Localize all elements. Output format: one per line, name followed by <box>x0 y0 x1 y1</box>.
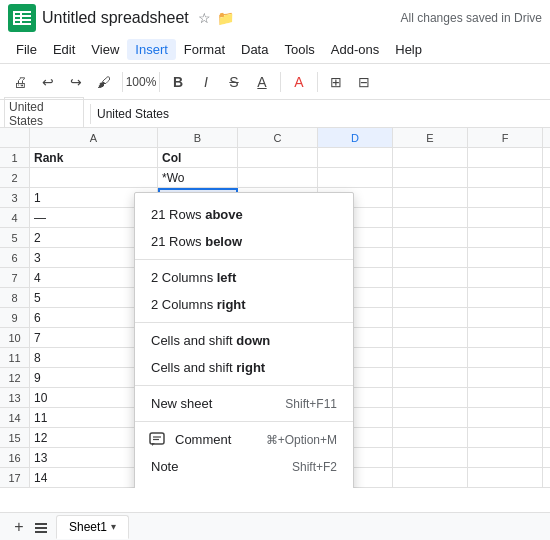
menu-view[interactable]: View <box>83 39 127 60</box>
row-num-3[interactable]: 3 <box>0 188 30 207</box>
cell-g17[interactable] <box>543 468 550 487</box>
row-num-8[interactable]: 8 <box>0 288 30 307</box>
cell-f11[interactable] <box>468 348 543 367</box>
row-num-2[interactable]: 2 <box>0 168 30 187</box>
cell-f13[interactable] <box>468 388 543 407</box>
row-num-12[interactable]: 12 <box>0 368 30 387</box>
row-num-16[interactable]: 16 <box>0 448 30 467</box>
col-header-f[interactable]: F <box>468 128 543 147</box>
menu-help[interactable]: Help <box>387 39 430 60</box>
col-header-b[interactable]: B <box>158 128 238 147</box>
cell-g4[interactable] <box>543 208 550 227</box>
col-header-e[interactable]: E <box>393 128 468 147</box>
redo-button[interactable]: ↪ <box>64 70 88 94</box>
cell-g16[interactable] <box>543 448 550 467</box>
formula-input[interactable] <box>97 107 546 121</box>
cell-f2[interactable] <box>468 168 543 187</box>
paint-format-button[interactable]: 🖌 <box>92 70 116 94</box>
cell-e14[interactable] <box>393 408 468 427</box>
cell-d2[interactable] <box>318 168 393 187</box>
insert-cells-shift-down[interactable]: Cells and shift down <box>135 327 353 354</box>
cell-e5[interactable] <box>393 228 468 247</box>
zoom-control[interactable]: 100% <box>129 70 153 94</box>
insert-columns-right[interactable]: 2 Columns right <box>135 291 353 318</box>
cell-e13[interactable] <box>393 388 468 407</box>
insert-rows-below[interactable]: 21 Rows below <box>135 228 353 255</box>
strikethrough-button[interactable]: S <box>222 70 246 94</box>
cell-g1[interactable] <box>543 148 550 167</box>
menu-addons[interactable]: Add-ons <box>323 39 387 60</box>
insert-comment[interactable]: Comment ⌘+Option+M <box>135 426 353 453</box>
cell-f9[interactable] <box>468 308 543 327</box>
cell-a2[interactable] <box>30 168 158 187</box>
cell-f1[interactable] <box>468 148 543 167</box>
cell-e1[interactable] <box>393 148 468 167</box>
cell-f12[interactable] <box>468 368 543 387</box>
cell-e3[interactable] <box>393 188 468 207</box>
cell-e2[interactable] <box>393 168 468 187</box>
cell-c2[interactable] <box>238 168 318 187</box>
row-num-1[interactable]: 1 <box>0 148 30 167</box>
cell-b1[interactable]: Col <box>158 148 238 167</box>
menu-file[interactable]: File <box>8 39 45 60</box>
cell-f16[interactable] <box>468 448 543 467</box>
cell-e12[interactable] <box>393 368 468 387</box>
insert-function[interactable]: Function ▶ <box>135 480 353 488</box>
cell-e4[interactable] <box>393 208 468 227</box>
cell-g6[interactable] <box>543 248 550 267</box>
col-header-c[interactable]: C <box>238 128 318 147</box>
cell-f10[interactable] <box>468 328 543 347</box>
merge-button[interactable]: ⊟ <box>352 70 376 94</box>
row-num-4[interactable]: 4 <box>0 208 30 227</box>
underline-button[interactable]: A <box>250 70 274 94</box>
fill-color-button[interactable]: A <box>287 70 311 94</box>
cell-d1[interactable] <box>318 148 393 167</box>
cell-f17[interactable] <box>468 468 543 487</box>
spreadsheet-title[interactable]: Untitled spreadsheet <box>42 9 189 27</box>
insert-note[interactable]: Note Shift+F2 <box>135 453 353 480</box>
cell-f4[interactable] <box>468 208 543 227</box>
cell-a1[interactable]: Rank <box>30 148 158 167</box>
row-num-15[interactable]: 15 <box>0 428 30 447</box>
cell-e16[interactable] <box>393 448 468 467</box>
row-num-7[interactable]: 7 <box>0 268 30 287</box>
insert-new-sheet[interactable]: New sheet Shift+F11 <box>135 390 353 417</box>
cell-f5[interactable] <box>468 228 543 247</box>
row-num-6[interactable]: 6 <box>0 248 30 267</box>
row-num-5[interactable]: 5 <box>0 228 30 247</box>
cell-e15[interactable] <box>393 428 468 447</box>
cell-e11[interactable] <box>393 348 468 367</box>
cell-g5[interactable] <box>543 228 550 247</box>
cell-g15[interactable] <box>543 428 550 447</box>
row-num-10[interactable]: 10 <box>0 328 30 347</box>
cell-e8[interactable] <box>393 288 468 307</box>
row-num-9[interactable]: 9 <box>0 308 30 327</box>
cell-g3[interactable] <box>543 188 550 207</box>
cell-g9[interactable] <box>543 308 550 327</box>
cell-g10[interactable] <box>543 328 550 347</box>
menu-tools[interactable]: Tools <box>276 39 322 60</box>
cell-e7[interactable] <box>393 268 468 287</box>
menu-format[interactable]: Format <box>176 39 233 60</box>
insert-columns-left[interactable]: 2 Columns left <box>135 264 353 291</box>
bold-button[interactable]: B <box>166 70 190 94</box>
menu-insert[interactable]: Insert <box>127 39 176 60</box>
cell-f6[interactable] <box>468 248 543 267</box>
cell-e9[interactable] <box>393 308 468 327</box>
row-num-17[interactable]: 17 <box>0 468 30 487</box>
cell-reference[interactable]: United States <box>4 97 84 131</box>
italic-button[interactable]: I <box>194 70 218 94</box>
insert-rows-above[interactable]: 21 Rows above <box>135 201 353 228</box>
cell-g8[interactable] <box>543 288 550 307</box>
sheet-list-button[interactable] <box>30 516 52 538</box>
sheet-tab-sheet1[interactable]: Sheet1 ▾ <box>56 515 129 539</box>
cell-g2[interactable] <box>543 168 550 187</box>
cell-g7[interactable] <box>543 268 550 287</box>
cell-f15[interactable] <box>468 428 543 447</box>
row-num-11[interactable]: 11 <box>0 348 30 367</box>
cell-b2[interactable]: *Wo <box>158 168 238 187</box>
cell-e6[interactable] <box>393 248 468 267</box>
cell-f14[interactable] <box>468 408 543 427</box>
col-header-a[interactable]: A <box>30 128 158 147</box>
cell-f7[interactable] <box>468 268 543 287</box>
